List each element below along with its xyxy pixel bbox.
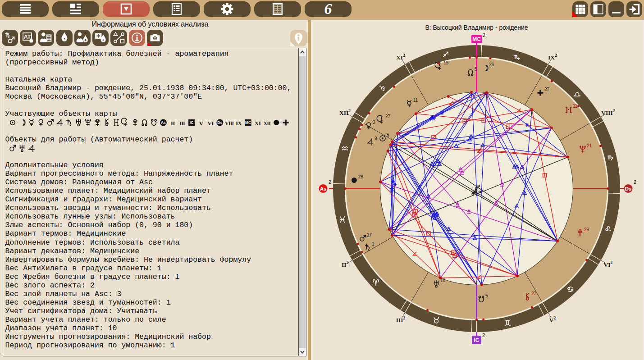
- svg-text:21: 21: [587, 143, 592, 148]
- svg-text:VIII: VIII: [224, 120, 234, 127]
- svg-text:5: 5: [475, 67, 477, 72]
- svg-text:V2: V2: [549, 316, 556, 324]
- svg-text:2: 2: [634, 179, 636, 185]
- svg-text:IX: IX: [235, 120, 242, 127]
- svg-text:As: As: [160, 120, 165, 125]
- svg-text:MC: MC: [472, 36, 481, 42]
- svg-text:IX2: IX2: [548, 53, 557, 61]
- svg-text:MC: MC: [245, 120, 251, 125]
- svg-text:XI2: XI2: [396, 53, 405, 61]
- svg-text:9: 9: [375, 136, 377, 141]
- svg-text:V: V: [199, 120, 203, 127]
- svg-text:1: 1: [372, 242, 375, 246]
- svg-text:2: 2: [483, 32, 485, 38]
- svg-text:VIII2: VIII2: [601, 109, 615, 116]
- svg-text:11: 11: [573, 104, 578, 109]
- svg-text:XI: XI: [254, 120, 260, 127]
- svg-text:27: 27: [385, 114, 391, 119]
- svg-text:27: 27: [531, 291, 537, 296]
- svg-text:3: 3: [373, 120, 375, 125]
- svg-text:III: III: [179, 120, 185, 127]
- svg-text:VI2: VI2: [604, 260, 613, 268]
- svg-text:Ds: Ds: [217, 120, 222, 125]
- svg-text:6: 6: [324, 0, 332, 17]
- svg-text:27: 27: [367, 232, 372, 237]
- svg-text:11: 11: [413, 98, 418, 103]
- svg-text:26: 26: [489, 62, 494, 67]
- svg-text:2: 2: [482, 333, 485, 338]
- svg-text:28: 28: [358, 174, 364, 179]
- svg-text:As: As: [320, 186, 327, 191]
- svg-text:27: 27: [544, 87, 550, 92]
- svg-text:AT: AT: [24, 34, 31, 40]
- svg-text:XII: XII: [263, 120, 271, 127]
- svg-text:III2: III2: [396, 316, 406, 324]
- svg-text:II2: II2: [342, 260, 349, 268]
- svg-text:Ds: Ds: [625, 186, 632, 191]
- svg-text:19: 19: [443, 60, 449, 65]
- svg-text:IC: IC: [189, 120, 193, 125]
- svg-text:5: 5: [387, 132, 389, 137]
- svg-text:]·[: ]·[: [566, 106, 572, 113]
- svg-text:VI: VI: [207, 120, 214, 127]
- svg-text:2: 2: [329, 179, 331, 185]
- svg-text:10: 10: [440, 278, 446, 283]
- svg-text:29: 29: [584, 227, 589, 232]
- svg-text:5: 5: [485, 293, 488, 298]
- svg-text:IC: IC: [474, 337, 480, 343]
- svg-text:II: II: [170, 120, 174, 127]
